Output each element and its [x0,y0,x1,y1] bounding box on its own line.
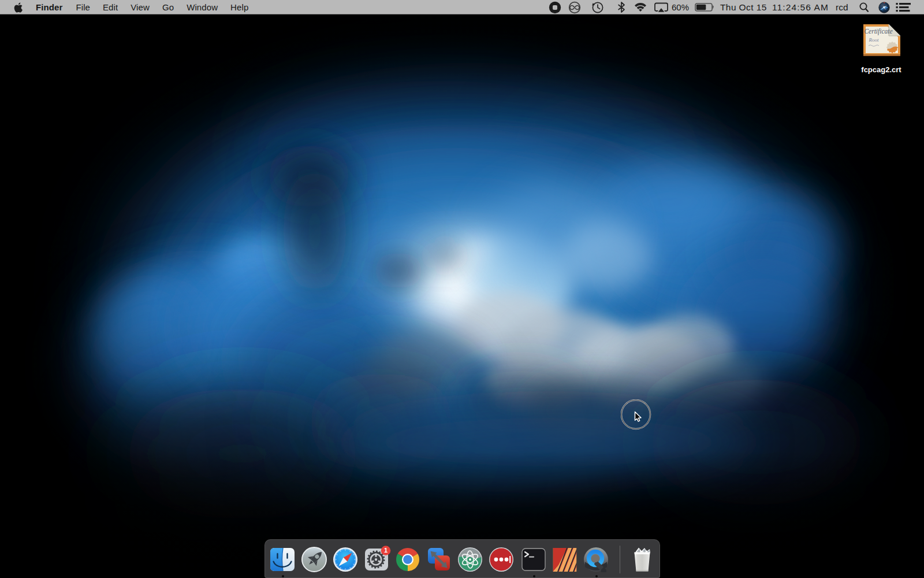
svg-text:Root: Root [869,37,879,43]
svg-text:1: 1 [384,547,388,554]
svg-text:Certificate: Certificate [864,28,892,35]
